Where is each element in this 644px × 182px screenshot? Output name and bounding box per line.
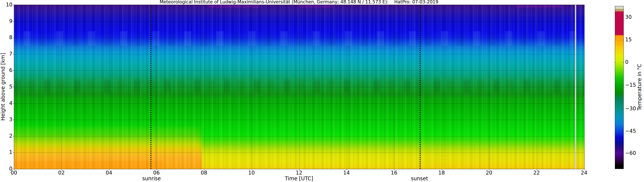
x-tick-label: 14: [343, 170, 350, 176]
colorbar-tick-mark: [622, 40, 624, 40]
y-tick-mark: [13, 136, 14, 136]
colorbar-tick-mark: [622, 131, 624, 132]
y-tick-label: 8: [0, 35, 12, 40]
y-tick-mark: [13, 104, 14, 104]
colorbar: [615, 6, 624, 169]
sunrise-label: sunrise: [142, 176, 161, 182]
sunset-label: sunset: [411, 176, 428, 182]
gridline-v-12: [299, 5, 300, 169]
meteogram-page: Meteorological Institute of Ludwig-Maxim…: [0, 0, 644, 182]
x-tick-label: 06: [153, 170, 160, 176]
y-tick-labels: 10 9 8 7 6 5 4 3 2 1 0: [0, 5, 12, 169]
colorbar-title: Temperature in °C: [636, 64, 642, 110]
x-tick-label: 00: [11, 170, 17, 176]
y-tick-label: 9: [0, 18, 12, 24]
colorbar-tick-mark: [622, 62, 624, 62]
x-tick-label: 22: [533, 170, 540, 176]
y-tick-mark: [13, 5, 14, 5]
x-tick-label: 02: [58, 170, 65, 176]
y-tick-mark: [13, 120, 14, 120]
gridline-v-18: [442, 5, 442, 169]
y-tick-mark: [13, 70, 14, 71]
y-tick-label: 6: [0, 68, 12, 73]
gridline-v-14: [347, 5, 347, 169]
x-tick-label: 20: [486, 170, 492, 176]
gridline-v-10: [252, 5, 252, 169]
x-tick-label: 12: [296, 170, 302, 176]
colorbar-tick-label: −45: [625, 128, 636, 134]
colorbar-tick-mark: [622, 17, 624, 18]
y-tick-mark: [13, 22, 14, 22]
colorbar-tick-label: −15: [625, 82, 636, 88]
y-tick-mark: [13, 87, 14, 87]
gridline-v-22: [537, 5, 537, 169]
x-tick-label: 24: [581, 170, 588, 176]
colorbar-tick-label: 30: [625, 14, 632, 20]
y-tick-label: 3: [0, 117, 12, 122]
x-tick-labels: 00 02 04 06 08 10 12 14 16 18 20 22 24: [14, 170, 584, 176]
x-tick-label: 16: [391, 170, 398, 176]
y-tick-mark: [13, 54, 14, 54]
y-tick-label: 2: [0, 133, 12, 139]
colorbar-tick-mark: [622, 153, 624, 154]
gridline-v-20: [489, 5, 490, 169]
y-tick-mark: [13, 38, 14, 38]
x-axis-title: Time [UTC]: [285, 176, 313, 182]
plot-area: [14, 5, 584, 169]
colorbar-tick-label: −30: [625, 106, 636, 111]
sunset-line: [420, 5, 420, 169]
colorbar-tick-mark: [615, 85, 616, 86]
y-tick-label: 7: [0, 51, 12, 57]
gridline-v-16: [394, 5, 394, 169]
colorbar-tick-mark: [622, 109, 624, 109]
colorbar-tick-label: 0: [625, 59, 628, 65]
x-tick-label: 10: [248, 170, 255, 176]
sunrise-line: [150, 5, 151, 169]
y-tick-label: 4: [0, 100, 12, 106]
chart-title: Meteorological Institute of Ludwig-Maxim…: [14, 0, 584, 5]
colorbar-tick-label: 15: [625, 37, 632, 42]
y-tick-label: 1: [0, 150, 12, 155]
colorbar-tick-mark: [615, 62, 616, 62]
y-tick-mark: [13, 152, 14, 153]
gridline-v-08: [204, 5, 204, 169]
colorbar-tick-mark: [622, 85, 624, 86]
y-tick-mark: [13, 169, 14, 169]
x-tick-label: 18: [438, 170, 445, 176]
colorbar-tick-label: −60: [625, 150, 636, 156]
x-tick-label: 04: [106, 170, 112, 176]
gridline-v-06: [157, 5, 157, 169]
y-tick-label: 10: [0, 2, 12, 8]
y-tick-label: 5: [0, 84, 12, 90]
x-tick-label: 08: [201, 170, 208, 176]
